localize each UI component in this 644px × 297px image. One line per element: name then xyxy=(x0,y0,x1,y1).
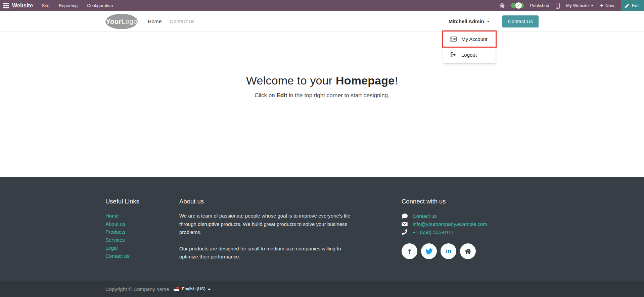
footer-useful-links: Useful Links Home About us Products Serv… xyxy=(105,198,179,269)
copyright-text: Copyright © Company name xyxy=(105,286,169,292)
new-button[interactable]: + New xyxy=(600,3,614,8)
header-right: Mitchell Admin Contact Us xyxy=(449,15,539,27)
bug-icon[interactable] xyxy=(500,3,505,8)
publish-toggle[interactable]: ✓ xyxy=(511,3,524,8)
edit-button[interactable]: Edit xyxy=(621,0,644,11)
menu-item-logout[interactable]: Logout xyxy=(443,47,496,63)
my-account-label: My Account xyxy=(461,36,488,42)
publish-toggle-check-icon: ✓ xyxy=(515,2,522,9)
odoo-top-bar: Website Site Reporting Configuration ✓ P… xyxy=(0,0,644,11)
logo-text-your: Your xyxy=(106,17,122,25)
published-label: Published xyxy=(530,3,549,8)
hero-title: Welcome to your Homepage! xyxy=(0,74,644,87)
menu-configuration[interactable]: Configuration xyxy=(87,3,113,8)
menu-reporting[interactable]: Reporting xyxy=(59,3,78,8)
plus-icon: + xyxy=(600,3,603,8)
nav-home[interactable]: Home xyxy=(148,18,162,24)
footer-link-products[interactable]: Products xyxy=(105,228,179,236)
footer-link-legal[interactable]: Legal xyxy=(105,244,179,252)
footer-contact-row: Contact us xyxy=(402,212,539,220)
user-menu-toggle[interactable]: Mitchell Admin xyxy=(449,18,490,24)
logout-label: Logout xyxy=(461,52,477,58)
language-label: English (US) xyxy=(182,287,205,291)
topbar-menus: Site Reporting Configuration xyxy=(42,3,113,8)
site-logo[interactable]: YourLogo xyxy=(105,14,138,29)
footer-email-row: info@yourcompany.example.com xyxy=(402,220,539,228)
topbar-left: Website Site Reporting Configuration xyxy=(3,3,113,9)
useful-links-title: Useful Links xyxy=(105,198,179,205)
footer-phone-link[interactable]: +1 (650) 555-0111 xyxy=(413,229,454,235)
us-flag-icon xyxy=(174,287,179,291)
logout-icon xyxy=(450,52,457,57)
linkedin-icon: in xyxy=(446,248,451,255)
mobile-preview-icon[interactable] xyxy=(556,3,560,9)
caret-up-icon xyxy=(208,288,211,290)
home-icon xyxy=(465,248,471,254)
topbar-right: ✓ Published My Website + New Edit xyxy=(500,0,644,11)
linkedin-button[interactable]: in xyxy=(441,243,456,259)
language-selector[interactable]: English (US) xyxy=(174,287,210,291)
copyright-bar: Copyright © Company name English (US) xyxy=(0,281,644,297)
footer-link-home[interactable]: Home xyxy=(105,212,179,220)
footer-phone-row: +1 (650) 555-0111 xyxy=(402,228,539,236)
logo-text-logo: Logo xyxy=(122,17,137,25)
site-nav: Home Contact us xyxy=(148,18,194,24)
comment-icon xyxy=(402,213,408,219)
edit-button-label: Edit xyxy=(632,3,640,8)
facebook-button[interactable]: f xyxy=(402,243,417,259)
homepage-hero: Welcome to your Homepage! Click on Edit … xyxy=(0,32,644,177)
footer-connect: Connect with us Contact us info@yourcomp… xyxy=(402,198,539,269)
chevron-down-icon xyxy=(487,21,490,22)
home-button[interactable] xyxy=(460,243,476,259)
website-header: YourLogo Home Contact us Mitchell Admin … xyxy=(0,11,644,32)
footer-contact-link[interactable]: Contact us xyxy=(413,213,437,219)
footer-link-contact-us[interactable]: Contact us xyxy=(105,252,179,260)
user-dropdown-menu: My Account Logout xyxy=(443,30,496,64)
twitter-button[interactable] xyxy=(421,243,437,259)
menu-site[interactable]: Site xyxy=(42,3,49,8)
website-selector-label: My Website xyxy=(566,3,589,8)
nav-contact-us[interactable]: Contact us xyxy=(170,18,194,24)
chevron-down-icon xyxy=(591,5,594,6)
hero-subtitle: Click on Edit in the top right corner to… xyxy=(0,92,644,99)
about-title: About us xyxy=(179,198,356,205)
footer-about: About us We are a team of passionate peo… xyxy=(179,198,356,269)
footer-link-about-us[interactable]: About us xyxy=(105,220,179,228)
twitter-icon xyxy=(425,248,433,255)
phone-icon xyxy=(402,229,408,235)
site-footer: Useful Links Home About us Products Serv… xyxy=(0,177,644,281)
menu-item-my-account[interactable]: My Account xyxy=(443,31,496,47)
connect-title: Connect with us xyxy=(402,198,539,205)
contact-us-button[interactable]: Contact Us xyxy=(502,15,539,27)
pencil-icon xyxy=(625,4,629,8)
social-links: f in xyxy=(402,243,539,259)
new-button-label: New xyxy=(605,3,614,8)
app-name[interactable]: Website xyxy=(12,3,33,9)
apps-grid-icon[interactable] xyxy=(3,3,9,8)
about-paragraph-2: Our products are designed for small to m… xyxy=(179,245,356,261)
envelope-icon xyxy=(402,222,408,226)
footer-email-link[interactable]: info@yourcompany.example.com xyxy=(413,221,487,227)
footer-link-services[interactable]: Services xyxy=(105,236,179,244)
user-name: Mitchell Admin xyxy=(449,18,484,24)
website-selector[interactable]: My Website xyxy=(566,3,594,8)
facebook-icon: f xyxy=(408,247,411,255)
about-paragraph-1: We are a team of passionate people whose… xyxy=(179,212,356,237)
id-card-icon xyxy=(450,37,457,42)
